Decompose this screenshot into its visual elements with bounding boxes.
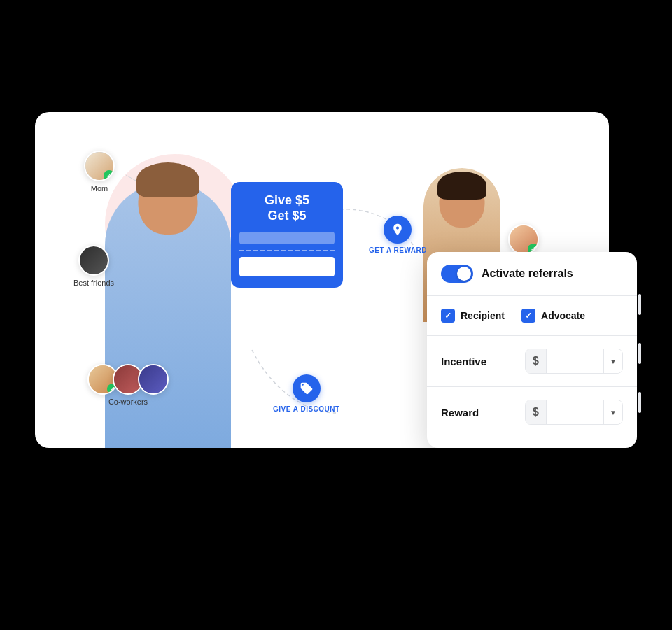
- referral-divider: [239, 250, 335, 251]
- reward-value[interactable]: [547, 400, 603, 424]
- coworkers-avatars: [88, 364, 169, 395]
- advocate-label: Advocate: [541, 310, 585, 321]
- incentive-section: Incentive $ ▼: [427, 336, 637, 387]
- advocate-checkbox-item[interactable]: ✓ Advocate: [522, 309, 585, 323]
- reward-prefix: $: [526, 400, 547, 424]
- recipient-label: Recipient: [461, 310, 505, 321]
- bestfriends-chip: Best friends: [74, 245, 114, 287]
- bestfriends-avatar: [78, 245, 109, 276]
- mom-chip: Mom: [84, 150, 115, 192]
- side-panel: Activate referrals ✓ Recipient ✓ Advocat…: [427, 252, 637, 448]
- scroll-indicator-1: [638, 294, 641, 315]
- checkbox-row: ✓ Recipient ✓ Advocate: [441, 309, 623, 323]
- reward-badge-icon: [384, 216, 412, 244]
- mom-label: Mom: [91, 184, 108, 192]
- activate-row: Activate referrals: [441, 265, 623, 283]
- get-reward-badge: GET A REWARD: [369, 216, 427, 254]
- incentive-row: Incentive $ ▼: [441, 349, 623, 374]
- incentive-input[interactable]: $ ▼: [525, 349, 623, 374]
- bestfriends-label: Best friends: [74, 279, 114, 287]
- cursor-icon: ☞: [280, 258, 294, 276]
- get-reward-label: GET A REWARD: [369, 246, 427, 254]
- referral-promo-title: Give $5Get $5: [239, 193, 335, 223]
- coworker-avatar-3: [138, 364, 169, 395]
- recipient-checkbox-item[interactable]: ✓ Recipient: [441, 309, 505, 323]
- incentive-arrow[interactable]: ▼: [603, 349, 622, 373]
- referral-input-bar: [239, 232, 335, 244]
- referral-cta-bar: ☞: [239, 257, 335, 276]
- scene-wrapper: Mom Best friends: [35, 112, 637, 518]
- scroll-indicator-2: [638, 343, 641, 364]
- discount-badge-icon: [293, 374, 321, 402]
- recipient-checkbox[interactable]: ✓: [441, 309, 455, 323]
- right-chip: [508, 224, 539, 255]
- advocate-checkbox[interactable]: ✓: [522, 309, 536, 323]
- checkbox-section: ✓ Recipient ✓ Advocate: [427, 296, 637, 336]
- reward-label: Reward: [441, 407, 479, 419]
- mom-avatar: [84, 150, 115, 181]
- incentive-label: Incentive: [441, 356, 486, 368]
- activate-toggle[interactable]: [441, 265, 473, 283]
- give-discount-label: GIVE A DISCOUNT: [273, 405, 340, 413]
- coworkers-label: Co-workers: [108, 398, 148, 406]
- give-discount-badge: GIVE A DISCOUNT: [273, 374, 340, 413]
- reward-arrow[interactable]: ▼: [603, 400, 622, 424]
- reward-row: Reward $ ▼: [441, 400, 623, 425]
- reward-input[interactable]: $ ▼: [525, 400, 623, 425]
- incentive-prefix: $: [526, 349, 547, 373]
- scroll-indicator-3: [638, 392, 641, 413]
- referral-promo-card: Give $5Get $5 ☞: [231, 182, 343, 288]
- incentive-value[interactable]: [547, 349, 603, 373]
- reward-section: Reward $ ▼: [427, 387, 637, 438]
- right-avatar: [508, 224, 539, 255]
- activate-section: Activate referrals: [427, 252, 637, 296]
- activate-label: Activate referrals: [482, 267, 573, 280]
- coworkers-chip: Co-workers: [88, 364, 169, 406]
